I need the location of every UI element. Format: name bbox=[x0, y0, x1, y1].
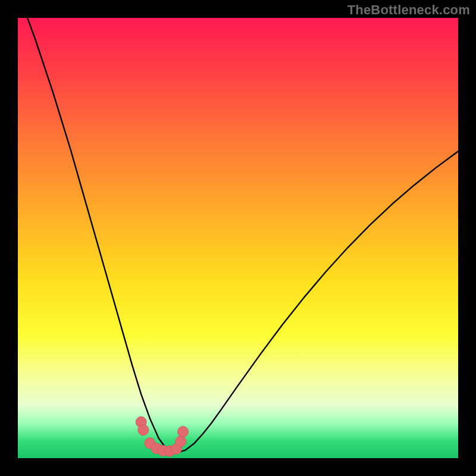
curve-marker-group bbox=[136, 416, 188, 456]
bottleneck-curve bbox=[18, 18, 458, 453]
chart-svg bbox=[18, 18, 458, 458]
curve-marker bbox=[176, 436, 186, 447]
chart-stage: TheBottleneck.com bbox=[0, 0, 476, 476]
plot-area bbox=[18, 18, 458, 458]
bottleneck-curve-path bbox=[18, 18, 458, 453]
curve-marker bbox=[178, 427, 189, 437]
curve-marker bbox=[138, 425, 149, 436]
watermark-text: TheBottleneck.com bbox=[347, 2, 470, 18]
